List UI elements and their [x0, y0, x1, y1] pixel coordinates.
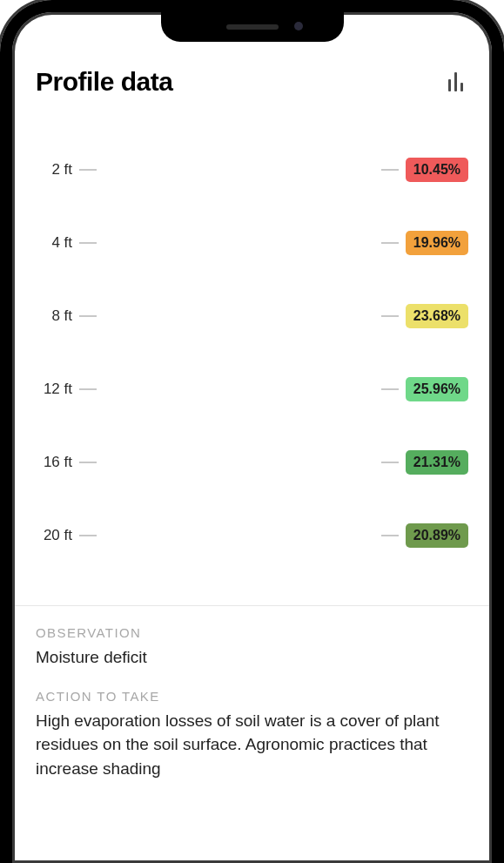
- observation-label: OBSERVATION: [36, 625, 468, 640]
- tick-line: [381, 535, 399, 536]
- soil-layer: 4 ft 19.96%: [36, 230, 468, 256]
- action-label: ACTION TO TAKE: [36, 689, 468, 704]
- soil-layer: 2 ft 10.45%: [36, 157, 468, 183]
- svg-marker-104: [182, 464, 252, 576]
- divider: [15, 605, 489, 606]
- svg-marker-105: [252, 464, 323, 576]
- moisture-badge: 20.89%: [406, 523, 468, 548]
- tick-line: [79, 315, 97, 317]
- svg-marker-99: [252, 464, 323, 576]
- soil-layer: 12 ft 25.96%: [36, 376, 468, 402]
- tick-line: [79, 242, 97, 244]
- page-title: Profile data: [36, 67, 172, 97]
- soil-layer: 16 ft 21.31%: [36, 449, 468, 475]
- tick-line: [381, 462, 399, 463]
- svg-marker-138: [252, 537, 292, 638]
- depth-label: 4 ft: [36, 234, 72, 252]
- moisture-badge: 19.96%: [406, 231, 468, 255]
- cube-stack: [165, 119, 339, 590]
- moisture-badge: 21.31%: [406, 450, 468, 475]
- svg-marker-8: [252, 183, 272, 233]
- moisture-badge: 25.96%: [406, 377, 468, 401]
- tick-line: [381, 388, 399, 390]
- tick-line: [79, 388, 97, 390]
- tick-line: [79, 169, 97, 171]
- svg-marker-127: [174, 537, 252, 661]
- depth-label: 2 ft: [36, 161, 72, 179]
- depth-label: 16 ft: [36, 454, 72, 471]
- svg-marker-137: [213, 537, 252, 638]
- svg-marker-20: [252, 183, 272, 233]
- svg-marker-128: [252, 537, 331, 661]
- tick-line: [79, 462, 97, 463]
- depth-label: 8 ft: [36, 307, 72, 325]
- observation-body: Moisture deficit: [36, 645, 468, 670]
- bar-chart-icon[interactable]: [448, 72, 468, 91]
- soil-layer: 8 ft 23.68%: [36, 303, 468, 329]
- tick-line: [381, 315, 399, 317]
- tick-line: [381, 169, 399, 171]
- svg-marker-98: [182, 464, 252, 576]
- soil-layer: 20 ft 20.89%: [36, 523, 468, 549]
- svg-marker-21: [232, 183, 252, 233]
- svg-point-0: [238, 134, 246, 143]
- moisture-badge: 10.45%: [406, 158, 468, 182]
- header: Profile data: [36, 67, 468, 97]
- action-body: High evaporation losses of soil water is…: [36, 709, 468, 781]
- app-screen: Profile data: [15, 15, 489, 863]
- soil-profile-visualization: 2 ft 10.45% 4 ft 19.96% 8 ft 23.68% 12 f…: [36, 119, 468, 590]
- tick-line: [381, 242, 399, 244]
- tick-line: [79, 535, 97, 536]
- depth-label: 20 ft: [36, 527, 72, 544]
- depth-label: 12 ft: [36, 381, 72, 398]
- svg-marker-121: [174, 537, 252, 661]
- svg-marker-122: [252, 537, 331, 661]
- moisture-badge: 23.68%: [406, 304, 468, 328]
